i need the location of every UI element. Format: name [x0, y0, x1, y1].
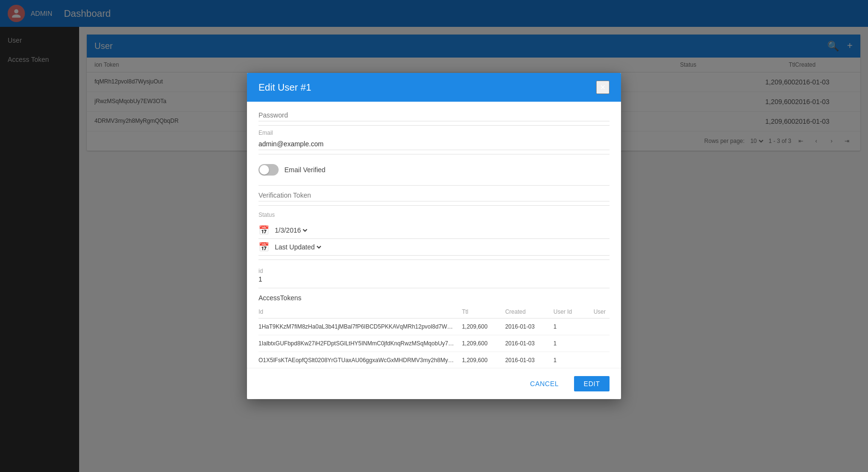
token-ttl-2: 1,209,600	[458, 352, 501, 368]
token-ttl-1: 1,209,600	[458, 335, 501, 352]
token-created-2: 2016-01-03	[501, 352, 550, 368]
th-id: Id	[258, 306, 458, 319]
password-field	[258, 109, 610, 121]
divider-5	[258, 260, 610, 260]
id-label: id	[258, 268, 610, 274]
access-tokens-title: AccessTokens	[258, 294, 610, 302]
date-select[interactable]: 1/3/2016	[273, 226, 309, 235]
verification-token-input[interactable]	[258, 189, 610, 201]
token-id-1: 1IalbtxGUFbpd8Kw27iH2FDptSGlLtHY5INMmC0j…	[258, 335, 458, 352]
token-userid-0: 1	[550, 319, 584, 335]
token-user-0	[584, 319, 610, 335]
modal-title: Edit User #1	[258, 82, 311, 93]
email-verified-toggle[interactable]	[258, 164, 279, 176]
access-tokens-section: AccessTokens Id Ttl Created User Id User	[258, 288, 610, 368]
divider-4	[258, 205, 610, 206]
last-updated-select[interactable]: Last Updated	[273, 243, 323, 251]
table-row: 1HaT9KKzM7fiM8zHa0aL3b41jMBal7fP6IBCD5PK…	[258, 319, 610, 335]
password-input[interactable]	[258, 109, 610, 121]
toggle-knob	[259, 165, 269, 175]
token-created-1: 2016-01-03	[501, 335, 550, 352]
th-user: User	[584, 306, 610, 319]
date-row: 📅 1/3/2016	[258, 222, 610, 239]
email-input[interactable]	[258, 138, 610, 150]
email-verified-label: Email Verified	[284, 166, 326, 174]
tokens-table-header-row: Id Ttl Created User Id User	[258, 306, 610, 319]
calendar-icon: 📅	[258, 225, 269, 236]
edit-button[interactable]: EDIT	[574, 376, 610, 391]
token-user-1	[584, 335, 610, 352]
divider-1	[258, 125, 610, 126]
edit-user-modal: Edit User #1 × Email Email Verified	[247, 73, 621, 399]
table-row: O1X5lFsKTAEopfQSlt0208YrGTUaxAU06ggxaWcG…	[258, 352, 610, 368]
modal-body: Email Email Verified Status	[247, 102, 621, 368]
verification-token-field	[258, 189, 610, 201]
table-row: 1IalbtxGUFbpd8Kw27iH2FDptSGlLtHY5INMmC0j…	[258, 335, 610, 352]
last-updated-row: 📅 Last Updated	[258, 239, 610, 256]
access-tokens-table: Id Ttl Created User Id User 1HaT9KKzM7fi…	[258, 306, 610, 368]
calendar-icon-2: 📅	[258, 242, 269, 252]
token-userid-2: 1	[550, 352, 584, 368]
id-value: 1	[258, 274, 610, 284]
modal-overlay: Edit User #1 × Email Email Verified	[0, 0, 868, 472]
status-label: Status	[258, 210, 610, 218]
th-created: Created	[501, 306, 550, 319]
modal-close-button[interactable]: ×	[596, 81, 610, 94]
status-field: Status	[258, 210, 610, 218]
modal-header: Edit User #1 ×	[247, 73, 621, 102]
email-verified-row: Email Verified	[258, 158, 610, 181]
email-label: Email	[258, 130, 610, 136]
token-id-2: O1X5lFsKTAEopfQSlt0208YrGTUaxAU06ggxaWcG…	[258, 352, 458, 368]
token-ttl-0: 1,209,600	[458, 319, 501, 335]
modal-footer: CANCEL EDIT	[247, 368, 621, 399]
token-userid-1: 1	[550, 335, 584, 352]
token-id-0: 1HaT9KKzM7fiM8zHa0aL3b41jMBal7fP6IBCD5PK…	[258, 319, 458, 335]
cancel-button[interactable]: CANCEL	[522, 376, 566, 391]
email-field-container: Email	[258, 130, 610, 150]
th-ttl: Ttl	[458, 306, 501, 319]
divider-2	[258, 154, 610, 154]
token-user-2	[584, 352, 610, 368]
token-created-0: 2016-01-03	[501, 319, 550, 335]
th-userid: User Id	[550, 306, 584, 319]
id-section: id 1	[258, 264, 610, 288]
divider-3	[258, 185, 610, 186]
